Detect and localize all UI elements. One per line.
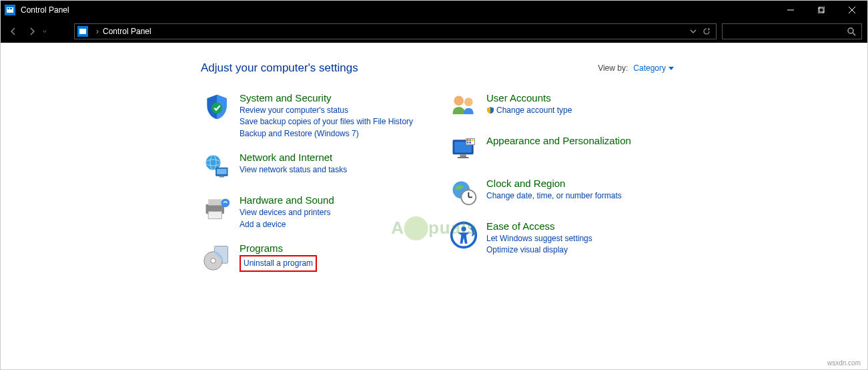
svg-rect-35 bbox=[469, 139, 471, 141]
svg-rect-31 bbox=[460, 154, 466, 157]
category-link[interactable]: Add a device bbox=[240, 219, 334, 230]
window-title: Control Panel bbox=[21, 5, 775, 15]
highlighted-link: Uninstall a program bbox=[240, 255, 317, 272]
svg-rect-19 bbox=[220, 176, 224, 178]
clock-globe-icon[interactable] bbox=[448, 176, 480, 208]
category-user-accounts: User Accounts Change account type bbox=[448, 91, 668, 123]
search-input[interactable] bbox=[722, 23, 862, 39]
back-button[interactable] bbox=[5, 23, 22, 40]
up-button[interactable] bbox=[51, 23, 69, 40]
window-controls bbox=[775, 1, 867, 19]
svg-rect-34 bbox=[467, 139, 469, 141]
source-watermark: wsxdn.com bbox=[827, 359, 861, 367]
svg-rect-37 bbox=[467, 142, 469, 144]
category-link[interactable]: Save backup copies of your files with Fi… bbox=[240, 116, 413, 128]
view-by-value: Category bbox=[633, 63, 666, 73]
title-bar: Control Panel bbox=[1, 1, 867, 19]
svg-point-26 bbox=[211, 258, 215, 263]
link-text: Change account type bbox=[496, 106, 572, 115]
chevron-down-icon[interactable] bbox=[689, 27, 697, 35]
category-system-security: System and Security Review your computer… bbox=[201, 91, 421, 140]
svg-point-28 bbox=[464, 98, 473, 106]
svg-rect-2 bbox=[10, 8, 12, 9]
svg-marker-12 bbox=[669, 67, 674, 70]
view-by-label: View by: bbox=[598, 63, 628, 73]
category-link[interactable]: View devices and printers bbox=[240, 207, 334, 218]
accessibility-icon[interactable] bbox=[448, 219, 480, 251]
svg-point-40 bbox=[461, 190, 476, 204]
category-hardware: Hardware and Sound View devices and prin… bbox=[201, 193, 421, 230]
control-panel-icon bbox=[77, 26, 88, 37]
category-link[interactable]: Change account type bbox=[486, 105, 572, 118]
svg-point-44 bbox=[461, 226, 466, 231]
category-programs: Programs Uninstall a program bbox=[201, 241, 421, 273]
minimize-button[interactable] bbox=[775, 1, 806, 19]
svg-rect-36 bbox=[472, 139, 474, 141]
globe-network-icon[interactable] bbox=[201, 150, 233, 182]
svg-point-10 bbox=[848, 28, 853, 33]
content-area: Adjust your computer's settings View by:… bbox=[1, 43, 867, 370]
forward-button[interactable] bbox=[23, 23, 41, 40]
printer-icon[interactable] bbox=[201, 193, 233, 225]
view-by-control: View by: Category bbox=[598, 63, 827, 73]
chevron-down-icon bbox=[669, 65, 674, 71]
right-column: User Accounts Change account type Appear… bbox=[448, 91, 668, 284]
uac-shield-icon bbox=[486, 106, 494, 118]
category-link[interactable]: Review your computer's status bbox=[240, 105, 413, 116]
svg-point-27 bbox=[454, 96, 464, 106]
svg-rect-18 bbox=[217, 169, 227, 174]
nav-bar: › Control Panel bbox=[1, 19, 867, 43]
category-ease-of-access: Ease of Access Let Windows suggest setti… bbox=[448, 219, 668, 256]
svg-rect-5 bbox=[819, 7, 825, 12]
category-title[interactable]: Ease of Access bbox=[486, 220, 592, 232]
monitor-icon[interactable] bbox=[448, 134, 480, 166]
page-title: Adjust your computer's settings bbox=[201, 61, 598, 75]
category-network: Network and Internet View network status… bbox=[201, 150, 421, 182]
category-title[interactable]: Programs bbox=[240, 242, 317, 254]
disc-icon[interactable] bbox=[201, 241, 233, 273]
svg-rect-1 bbox=[7, 8, 9, 9]
category-title[interactable]: Hardware and Sound bbox=[240, 194, 334, 206]
category-link[interactable]: Backup and Restore (Windows 7) bbox=[240, 128, 413, 140]
category-clock-region: Clock and Region Change date, time, or n… bbox=[448, 176, 668, 208]
left-column: System and Security Review your computer… bbox=[201, 91, 421, 284]
category-link[interactable]: Optimize visual display bbox=[486, 244, 592, 256]
maximize-button[interactable] bbox=[806, 1, 837, 19]
svg-line-11 bbox=[853, 33, 855, 35]
search-icon bbox=[847, 27, 856, 36]
category-link[interactable]: Change date, time, or number formats bbox=[486, 190, 622, 202]
history-dropdown[interactable] bbox=[42, 27, 50, 36]
svg-rect-4 bbox=[818, 8, 823, 13]
breadcrumb-separator-icon: › bbox=[96, 27, 99, 36]
category-title[interactable]: Clock and Region bbox=[486, 178, 622, 189]
app-icon bbox=[5, 5, 15, 15]
category-title[interactable]: Network and Internet bbox=[240, 152, 347, 163]
category-link[interactable]: Let Windows suggest settings bbox=[486, 233, 592, 244]
shield-icon[interactable] bbox=[201, 91, 233, 123]
category-title[interactable]: User Accounts bbox=[486, 92, 572, 104]
category-link[interactable]: View network status and tasks bbox=[240, 164, 347, 176]
uninstall-program-link[interactable]: Uninstall a program bbox=[244, 258, 313, 268]
address-bar[interactable]: › Control Panel bbox=[74, 23, 717, 39]
category-title[interactable]: Appearance and Personalization bbox=[486, 135, 631, 146]
breadcrumb-item[interactable]: Control Panel bbox=[103, 27, 151, 36]
category-title[interactable]: System and Security bbox=[240, 92, 413, 104]
svg-rect-22 bbox=[208, 212, 222, 219]
category-appearance: Appearance and Personalization bbox=[448, 134, 668, 166]
close-button[interactable] bbox=[837, 1, 867, 19]
people-icon[interactable] bbox=[448, 91, 480, 123]
svg-rect-32 bbox=[458, 157, 469, 158]
view-by-dropdown[interactable]: Category bbox=[633, 63, 674, 73]
svg-rect-38 bbox=[469, 142, 471, 144]
svg-rect-9 bbox=[79, 29, 86, 34]
refresh-icon[interactable] bbox=[703, 27, 711, 35]
svg-point-23 bbox=[221, 199, 230, 208]
svg-rect-21 bbox=[208, 200, 222, 206]
